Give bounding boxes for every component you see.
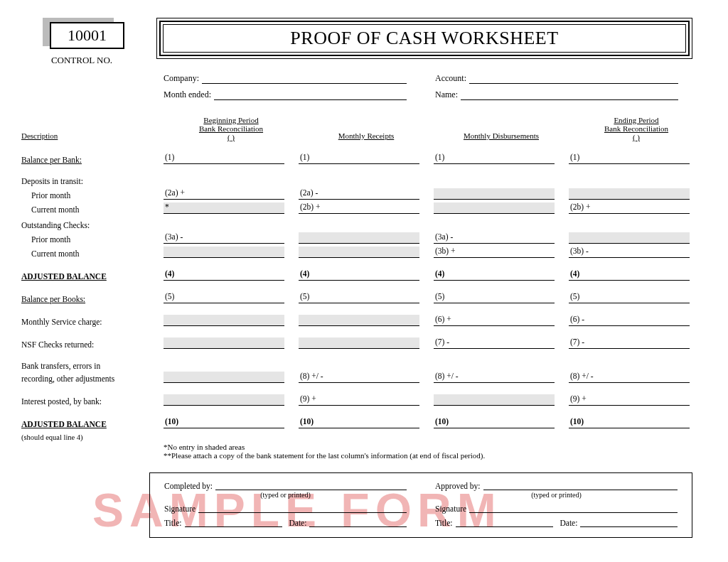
cell[interactable]: (5) (434, 292, 555, 303)
cell[interactable]: (8) +/ - (299, 372, 419, 383)
completed-by-field[interactable] (215, 480, 407, 490)
control-label: CONTROL NO. (21, 55, 142, 66)
title-field[interactable] (185, 517, 282, 527)
row-prior-month-2: Prior month (21, 235, 164, 244)
cell[interactable]: (5) (569, 292, 690, 303)
cell[interactable]: (4) (569, 269, 690, 281)
cell[interactable]: (3a) - (164, 232, 284, 244)
cell[interactable]: (10) (164, 417, 284, 428)
cell[interactable]: (5) (164, 292, 284, 303)
title-label: Title: (164, 519, 182, 527)
cell[interactable]: (5) (299, 292, 419, 303)
row-balance-bank: Balance per Bank: (21, 156, 164, 164)
account-label: Account: (435, 73, 466, 84)
cell[interactable]: (6) - (569, 315, 690, 326)
row-adj-balance: ADJUSTED BALANCE (21, 272, 164, 281)
cell-shaded (299, 337, 419, 349)
row-interest: Interest posted, by bank: (21, 397, 164, 406)
signature-field[interactable] (198, 503, 407, 513)
col4-line2: Bank Reconciliation (569, 124, 704, 133)
row-adj-balance-2: ADJUSTED BALANCE (21, 420, 164, 428)
signature-label: Signature (164, 504, 196, 513)
date-field[interactable] (309, 517, 407, 527)
cell[interactable]: (1) (299, 153, 419, 164)
cell[interactable]: (8) +/ - (434, 372, 555, 383)
name-field[interactable] (461, 90, 678, 100)
cell[interactable]: (1) (434, 153, 555, 164)
cell[interactable]: (4) (299, 269, 419, 281)
row-should-equal: (should equal line 4) (21, 433, 164, 441)
cell-shaded (569, 188, 690, 200)
cell[interactable]: (6) + (434, 315, 555, 326)
cell-shaded (434, 202, 555, 214)
col1-line3: ( ) (164, 133, 299, 141)
completed-by-label: Completed by: (164, 482, 213, 490)
title-label-2: Title: (435, 519, 453, 527)
row-deposits: Deposits in transit: (21, 177, 164, 185)
row-current-month-2: Current month (21, 249, 164, 258)
month-field[interactable] (214, 90, 407, 100)
date-field-2[interactable] (580, 517, 678, 527)
row-balance-books: Balance per Books: (21, 295, 164, 303)
cell[interactable]: (2b) + (299, 202, 419, 214)
name-label: Name: (435, 90, 458, 100)
cell-shaded (299, 315, 419, 326)
cell[interactable]: (9) + (569, 394, 690, 406)
row-prior-month: Prior month (21, 191, 164, 200)
cell-shaded (569, 232, 690, 244)
cell-shaded (434, 188, 555, 200)
cell[interactable]: (3a) - (434, 232, 555, 244)
account-field[interactable] (469, 74, 678, 84)
cell-shaded (434, 394, 555, 406)
cell[interactable]: (10) (299, 417, 419, 428)
row-service-charge: Monthly Service charge: (21, 318, 164, 326)
row-nsf: NSF Checks returned: (21, 340, 164, 349)
cell-shaded (164, 315, 284, 326)
row-transfers-2: recording, other adjustments (21, 374, 164, 383)
cell[interactable]: (8) +/ - (569, 372, 690, 383)
cell[interactable]: (4) (434, 269, 555, 281)
cell[interactable]: (2b) + (569, 202, 690, 214)
cell[interactable]: (3b) - (569, 247, 690, 258)
title-frame: PROOF OF CASH WORKSHEET (156, 18, 692, 59)
cell[interactable]: (2a) + (164, 188, 284, 200)
cell[interactable]: (10) (569, 417, 690, 428)
date-label: Date: (289, 519, 307, 527)
cell[interactable]: (7) - (569, 337, 690, 349)
cell-shaded (164, 337, 284, 349)
cell-shaded: * (164, 202, 284, 214)
cell[interactable]: (10) (434, 417, 555, 428)
typed-hint-2: (typed or printed) (435, 491, 678, 499)
cell[interactable]: (3b) + (434, 247, 555, 258)
cell-shaded (164, 394, 284, 406)
footnote-2: **Please attach a copy of the bank state… (164, 451, 707, 460)
col1-line2: Bank Reconciliation (164, 124, 299, 133)
cell[interactable]: (9) + (299, 394, 419, 406)
cell[interactable]: (4) (164, 269, 284, 281)
cell-shaded (299, 232, 419, 244)
row-outstanding: Outstanding Checks: (21, 221, 164, 229)
cell[interactable]: (1) (164, 153, 284, 164)
page-title: PROOF OF CASH WORKSHEET (163, 24, 686, 53)
date-label-2: Date: (560, 519, 578, 527)
cell[interactable]: (7) - (434, 337, 555, 349)
control-number: 10001 (50, 22, 124, 49)
row-current-month: Current month (21, 205, 164, 214)
row-transfers-1: Bank transfers, errors in (21, 362, 164, 370)
col-description: Description (21, 131, 164, 141)
cell-shaded (299, 247, 419, 258)
signature-field-2[interactable] (469, 503, 678, 513)
title-field-2[interactable] (456, 517, 553, 527)
col4-line1: Ending Period (569, 116, 704, 124)
approved-by-field[interactable] (483, 480, 678, 490)
cell-shaded (164, 372, 284, 383)
control-number-block: 10001 CONTROL NO. (21, 18, 142, 66)
signature-box: Completed by: (typed or printed) Approve… (149, 472, 692, 538)
cell[interactable]: (2a) - (299, 188, 419, 200)
col3: Monthly Disbursements (464, 131, 539, 140)
month-label: Month ended: (164, 90, 211, 100)
company-field[interactable] (202, 74, 407, 84)
cell[interactable]: (1) (569, 153, 690, 164)
signature-label-2: Signature (435, 504, 466, 513)
approved-by-label: Approved by: (435, 482, 481, 490)
